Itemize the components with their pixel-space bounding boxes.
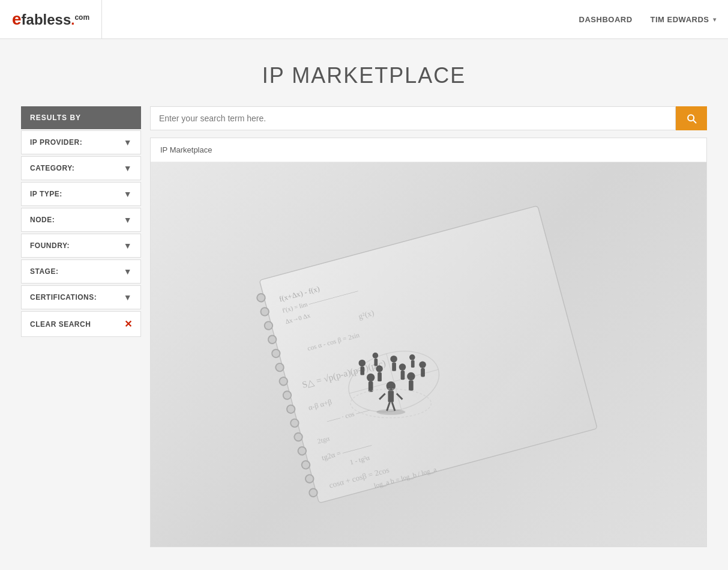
svg-rect-55 bbox=[411, 360, 415, 368]
clear-search-button[interactable]: CLEAR SEARCH ✕ bbox=[21, 311, 141, 337]
results-by-label: RESULTS BY bbox=[21, 106, 141, 129]
filter-node-arrow: ▼ bbox=[124, 215, 132, 225]
svg-rect-45 bbox=[401, 371, 405, 380]
svg-rect-51 bbox=[393, 362, 397, 371]
sidebar: RESULTS BY IP PROVIDER: ▼ CATEGORY: ▼ IP… bbox=[21, 106, 141, 547]
svg-rect-33 bbox=[388, 390, 394, 402]
svg-point-40 bbox=[407, 372, 415, 380]
filter-ip-provider-arrow: ▼ bbox=[124, 138, 132, 147]
logo-fabless: fabless bbox=[22, 11, 71, 28]
svg-point-50 bbox=[391, 356, 398, 363]
page-title: IP MARKETPLACE bbox=[12, 63, 716, 88]
user-menu[interactable]: TIM EDWARDS ▾ bbox=[651, 15, 716, 24]
svg-point-52 bbox=[373, 353, 379, 359]
filter-certifications-label: CERTIFICATIONS: bbox=[30, 293, 97, 302]
filter-ip-provider[interactable]: IP PROVIDER: ▼ bbox=[21, 130, 141, 154]
svg-rect-0 bbox=[259, 205, 597, 503]
svg-rect-41 bbox=[409, 380, 414, 390]
clear-search-label: CLEAR SEARCH bbox=[30, 320, 91, 329]
user-name: TIM EDWARDS bbox=[651, 15, 709, 24]
svg-point-44 bbox=[399, 363, 406, 371]
page-title-container: IP MARKETPLACE bbox=[0, 39, 728, 106]
filter-category-label: CATEGORY: bbox=[30, 164, 74, 172]
logo-container: efabless.com bbox=[12, 0, 102, 39]
filter-certifications[interactable]: CERTIFICATIONS: ▼ bbox=[21, 285, 141, 309]
filter-category[interactable]: CATEGORY: ▼ bbox=[21, 156, 141, 180]
filter-foundry[interactable]: FOUNDRY: ▼ bbox=[21, 234, 141, 258]
filter-ip-type[interactable]: IP TYPE: ▼ bbox=[21, 182, 141, 206]
filter-foundry-label: FOUNDRY: bbox=[30, 241, 70, 250]
svg-point-42 bbox=[376, 365, 384, 372]
filter-node[interactable]: NODE: ▼ bbox=[21, 208, 141, 232]
nav-right: DASHBOARD TIM EDWARDS ▾ bbox=[579, 15, 716, 24]
right-panel: IP Marketplace bbox=[150, 106, 707, 547]
marketplace-breadcrumb: IP Marketplace bbox=[151, 138, 706, 162]
main-content: RESULTS BY IP PROVIDER: ▼ CATEGORY: ▼ IP… bbox=[0, 106, 728, 547]
svg-rect-53 bbox=[375, 359, 378, 366]
filter-ip-type-label: IP TYPE: bbox=[30, 190, 62, 198]
svg-rect-49 bbox=[421, 368, 426, 377]
user-dropdown-arrow: ▾ bbox=[713, 16, 717, 23]
dashboard-link[interactable]: DASHBOARD bbox=[579, 15, 633, 24]
search-button[interactable] bbox=[676, 106, 707, 130]
notebook-illustration: f(x+Δx) - f(x) f'(x) = lim ———————— Δx→0… bbox=[178, 181, 678, 527]
filter-foundry-arrow: ▼ bbox=[124, 241, 132, 250]
svg-rect-47 bbox=[361, 366, 365, 375]
filter-category-arrow: ▼ bbox=[124, 163, 132, 173]
marketplace-image: f(x+Δx) - f(x) f'(x) = lim ———————— Δx→0… bbox=[151, 162, 706, 547]
svg-point-56 bbox=[377, 409, 406, 415]
svg-point-46 bbox=[359, 360, 366, 367]
filter-stage-arrow: ▼ bbox=[124, 267, 132, 276]
header: efabless.com DASHBOARD TIM EDWARDS ▾ bbox=[0, 0, 728, 39]
logo[interactable]: efabless.com bbox=[12, 10, 89, 29]
svg-rect-43 bbox=[378, 372, 382, 381]
clear-search-icon: ✕ bbox=[124, 318, 133, 330]
logo-com: com bbox=[74, 13, 89, 22]
search-input[interactable] bbox=[150, 106, 676, 130]
filter-node-label: NODE: bbox=[30, 216, 55, 224]
svg-point-54 bbox=[409, 354, 415, 360]
filter-ip-provider-label: IP PROVIDER: bbox=[30, 138, 82, 147]
logo-divider bbox=[101, 0, 102, 39]
filter-ip-type-arrow: ▼ bbox=[124, 189, 132, 199]
logo-e: e bbox=[12, 10, 22, 28]
svg-point-48 bbox=[420, 362, 427, 369]
svg-point-38 bbox=[367, 374, 375, 381]
search-bar bbox=[150, 106, 707, 130]
marketplace-panel: IP Marketplace bbox=[150, 138, 707, 547]
search-icon bbox=[685, 112, 697, 124]
filter-stage-label: STAGE: bbox=[30, 267, 58, 276]
filter-certifications-arrow: ▼ bbox=[124, 293, 132, 302]
filter-stage[interactable]: STAGE: ▼ bbox=[21, 259, 141, 283]
